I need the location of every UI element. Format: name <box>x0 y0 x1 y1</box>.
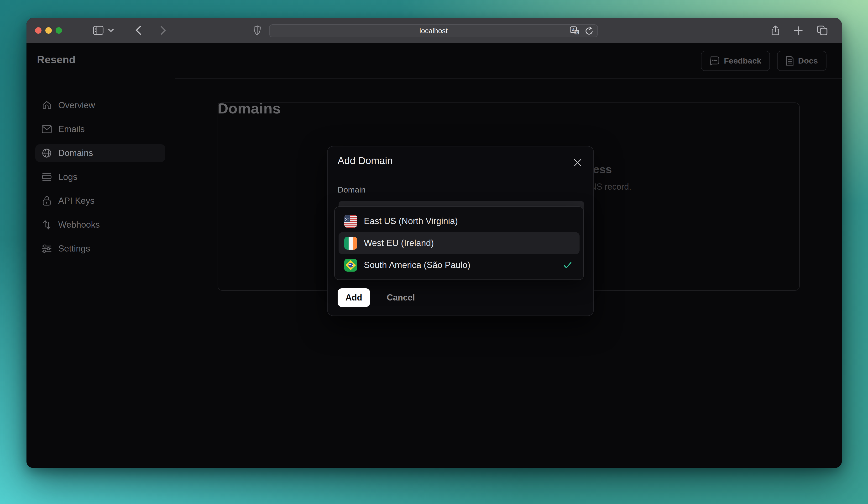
sidebar-item-label: Webhooks <box>58 220 100 230</box>
zoom-window-button[interactable] <box>55 27 62 34</box>
lock-icon <box>35 196 58 206</box>
brazil-flag-icon <box>344 259 357 272</box>
region-option-east-us[interactable]: East US (North Virginia) <box>339 210 580 232</box>
add-domain-modal: Add Domain Domain <box>327 146 594 316</box>
close-icon[interactable] <box>574 158 582 167</box>
browser-window: localhost A 文 <box>27 18 842 468</box>
resend-logo: Resend <box>37 54 175 66</box>
sidebar-item-label: Logs <box>58 172 77 182</box>
reload-icon[interactable] <box>585 26 593 36</box>
sidebar-toggle-icon[interactable] <box>93 26 104 35</box>
docs-label: Docs <box>798 56 818 65</box>
sidebar-item-domains[interactable]: Domains <box>35 144 165 162</box>
svg-text:A: A <box>572 28 575 32</box>
docs-icon <box>786 56 794 66</box>
region-option-label: East US (North Virginia) <box>364 216 458 226</box>
sidebar-item-label: Domains <box>58 148 93 158</box>
feedback-label: Feedback <box>724 56 761 65</box>
sidebar-item-api-keys[interactable]: API Keys <box>35 192 165 210</box>
home-icon <box>35 101 58 110</box>
back-button-icon[interactable] <box>135 26 141 35</box>
sidebar-item-emails[interactable]: Emails <box>35 120 165 138</box>
logs-icon <box>35 173 58 181</box>
feedback-button[interactable]: Feedback <box>701 51 770 71</box>
sidebar-item-label: API Keys <box>58 196 94 206</box>
minimize-window-button[interactable] <box>45 27 52 34</box>
desktop: localhost A 文 <box>0 0 868 504</box>
translate-icon[interactable]: A 文 <box>570 26 580 36</box>
address-bar[interactable]: localhost A 文 <box>269 24 598 37</box>
forward-button-icon[interactable] <box>160 26 166 35</box>
docs-button[interactable]: Docs <box>777 51 826 71</box>
check-icon <box>563 260 572 270</box>
domain-field-label: Domain <box>338 185 365 194</box>
new-tab-icon[interactable] <box>794 26 803 36</box>
svg-text:文: 文 <box>575 31 579 34</box>
sidebar-item-settings[interactable]: Settings <box>35 240 165 258</box>
app-header: Feedback Docs <box>175 43 842 79</box>
arrows-up-down-icon <box>35 220 58 230</box>
browser-toolbar: localhost A 文 <box>27 18 842 43</box>
sidebar-item-overview[interactable]: Overview <box>35 97 165 114</box>
toolbar-chevron-down-icon[interactable] <box>108 28 114 32</box>
region-option-south-america[interactable]: South America (São Paulo) <box>339 254 580 276</box>
globe-icon <box>35 148 58 158</box>
sliders-icon <box>35 244 58 253</box>
privacy-shield-icon[interactable] <box>254 25 261 36</box>
tab-overview-icon[interactable] <box>817 26 828 36</box>
sidebar: Resend Overview <box>27 43 175 467</box>
url-text: localhost <box>420 27 447 35</box>
sidebar-item-webhooks[interactable]: Webhooks <box>35 216 165 234</box>
sidebar-item-label: Overview <box>58 100 95 110</box>
add-button[interactable]: Add <box>338 288 370 307</box>
feedback-icon <box>710 56 720 66</box>
region-dropdown-menu: East US (North Virginia) We <box>334 206 584 280</box>
close-window-button[interactable] <box>35 27 42 34</box>
mail-icon <box>35 125 58 133</box>
sidebar-item-label: Settings <box>58 244 90 254</box>
traffic-lights <box>35 27 62 34</box>
ireland-flag-icon <box>344 237 357 250</box>
cancel-button[interactable]: Cancel <box>382 288 420 307</box>
sidebar-item-logs[interactable]: Logs <box>35 168 165 186</box>
us-flag-icon <box>344 215 357 228</box>
share-icon[interactable] <box>771 25 780 36</box>
region-option-label: South America (São Paulo) <box>364 260 470 270</box>
sidebar-nav: Overview Emails <box>27 97 175 258</box>
region-option-label: West EU (Ireland) <box>364 238 434 248</box>
sidebar-item-label: Emails <box>58 124 85 134</box>
modal-title: Add Domain <box>338 155 393 167</box>
region-option-west-eu[interactable]: West EU (Ireland) <box>339 232 580 254</box>
